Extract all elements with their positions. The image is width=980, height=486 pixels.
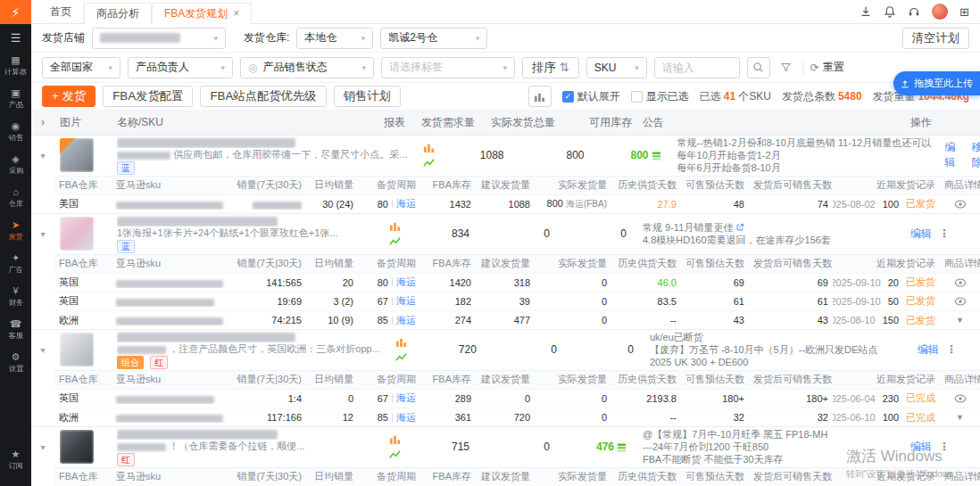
- sales-plan-button[interactable]: 销售计划: [334, 86, 401, 107]
- actual-total-qty: 0: [480, 441, 561, 453]
- chart-view-button[interactable]: [528, 86, 552, 107]
- expand-more-caret-icon[interactable]: ▼: [940, 316, 980, 325]
- bar-chart-report-icon[interactable]: [389, 433, 401, 445]
- country-filter-select[interactable]: 全部国家 ▾: [42, 57, 120, 78]
- drag-upload-button[interactable]: 拖拽至此上传: [893, 71, 980, 95]
- sales-status-filter-select[interactable]: ◎ 产品销售状态 ▾: [240, 57, 374, 78]
- sidebar-item-sales[interactable]: ◉ 销售: [0, 116, 31, 149]
- sidebar-menu-icon[interactable]: ☰: [11, 24, 21, 50]
- sidebar-item-ads[interactable]: ✦ 广告: [0, 248, 31, 281]
- apps-grid-icon[interactable]: ⊞: [959, 5, 969, 19]
- chevron-down-icon: ▾: [220, 63, 225, 72]
- external-link-icon[interactable]: [735, 223, 744, 232]
- bar-chart-report-icon[interactable]: [389, 220, 401, 232]
- tag-filter-select[interactable]: 请选择标签 ▾: [381, 57, 515, 78]
- sidebar-item-subscribe[interactable]: ★ 订阅: [0, 444, 31, 477]
- product-image[interactable]: [60, 138, 94, 172]
- search-button[interactable]: [747, 57, 770, 78]
- show-selected-checkbox[interactable]: 显示已选: [631, 89, 689, 104]
- bar-chart-report-icon[interactable]: [395, 336, 407, 348]
- sidebar: ⚡ ☰ ▦ 计算器 ▣ 产品 ◉ 销售 ◈ 采购 ⌂ 仓库 ➤ 发货 ✦ 广告: [0, 0, 31, 486]
- tab-home[interactable]: 首页: [38, 0, 84, 24]
- sidebar-item-purchase[interactable]: ◈ 采购: [0, 149, 31, 182]
- app-logo-icon[interactable]: ⚡: [0, 0, 31, 24]
- line-chart-report-icon[interactable]: [389, 449, 401, 460]
- sub-table-header: FBA仓库亚马逊sku 销量(7天|30天)日均销量 备货周期FBA库存 建议发…: [54, 370, 980, 389]
- product-image[interactable]: [60, 217, 94, 251]
- edit-link[interactable]: 编辑: [910, 440, 932, 455]
- edit-link[interactable]: 编辑: [945, 140, 965, 170]
- notice-cell: 常规 9-11月销量更佳 4.8模块HD160需要退回，在途库存少156套: [637, 221, 905, 246]
- demand-qty: 834: [411, 227, 480, 240]
- fba-config-button[interactable]: FBA发货配置: [103, 86, 193, 107]
- clear-plan-button[interactable]: 清空计划: [902, 28, 969, 49]
- tab-product-analysis[interactable]: 商品分析: [84, 3, 152, 24]
- edit-link[interactable]: 编辑: [918, 342, 939, 358]
- more-actions-icon[interactable]: ⋮: [939, 227, 950, 240]
- sidebar-item-product[interactable]: ▣ 产品: [0, 83, 31, 116]
- owner-filter-select[interactable]: 产品负责人 ▾: [128, 57, 233, 78]
- sidebar-item-settings[interactable]: ⚙ 设置: [0, 347, 31, 380]
- funnel-filter-icon[interactable]: [777, 62, 795, 73]
- fba-priority-button[interactable]: FBA站点配货优先级: [200, 86, 326, 107]
- sub-table-header: FBA仓库亚马逊sku 销量(7天|30天)日均销量 备货周期FBA库存 建议发…: [54, 254, 980, 273]
- more-actions-icon[interactable]: ⋮: [939, 441, 950, 453]
- product-detail-eye-icon[interactable]: [940, 295, 980, 308]
- sku-field-select[interactable]: SKU ▾: [586, 57, 647, 78]
- actual-total-qty: 800: [515, 149, 595, 161]
- store-select[interactable]: ▾: [92, 28, 226, 49]
- line-chart-report-icon[interactable]: [395, 351, 407, 363]
- edit-link[interactable]: 编辑: [910, 227, 932, 242]
- product-detail-eye-icon[interactable]: [940, 392, 980, 405]
- product-detail-eye-icon[interactable]: [940, 198, 980, 210]
- ship-button[interactable]: + 发货: [42, 86, 96, 107]
- sidebar-item-shipping[interactable]: ➤ 发货: [0, 215, 31, 248]
- keyword-input[interactable]: [654, 57, 740, 78]
- product-icon: ▣: [11, 87, 20, 98]
- product-group-row: ▾ 1张海报+1张卡片+24个贴纸+1个眼罩玫红色+1张... 蓝 834 0 …: [31, 213, 980, 254]
- remove-link[interactable]: 移除: [972, 140, 980, 170]
- product-image[interactable]: [60, 430, 94, 464]
- sales-blurred: [253, 202, 302, 210]
- product-name-cell: 供应商包邮，仓库用胶带缠一下，尽量尺寸小点。采... 蓝: [112, 136, 413, 175]
- expand-all-icon[interactable]: ›: [31, 116, 54, 128]
- upload-icon: [900, 78, 910, 89]
- warehouse-label: 发货仓库:: [244, 30, 289, 45]
- product-detail-eye-icon[interactable]: [940, 276, 980, 289]
- expand-toggle[interactable]: ▾: [31, 151, 54, 161]
- line-chart-report-icon[interactable]: [423, 157, 435, 169]
- expand-toggle[interactable]: ▾: [31, 442, 54, 452]
- tab-fba-shipping-plan[interactable]: FBA发货规划 ×: [152, 3, 252, 24]
- default-expand-checkbox[interactable]: ✓ 默认展开: [562, 89, 620, 104]
- headset-icon[interactable]: [908, 5, 920, 18]
- product-group-row: ▾ ！（仓库需要备个拉链，顺便... 红 715 0 476 @【常规】7月中-…: [31, 426, 980, 467]
- gear-icon: ⚙: [12, 351, 21, 362]
- sidebar-item-finance[interactable]: ¥ 财务: [0, 281, 31, 314]
- expand-toggle[interactable]: ▾: [31, 229, 54, 239]
- sort-icon: ⇅: [560, 61, 569, 74]
- search-icon: [752, 62, 764, 73]
- kc-warehouse-select[interactable]: 凯诚2号仓 ▾: [380, 28, 487, 49]
- line-chart-report-icon[interactable]: [389, 235, 401, 247]
- sort-button[interactable]: 排序 ⇅: [522, 57, 579, 78]
- chevron-down-icon: ▾: [476, 34, 480, 43]
- expand-toggle[interactable]: ▾: [31, 345, 54, 355]
- amazon-sku-blurred: [116, 317, 223, 325]
- bar-chart-report-icon[interactable]: [423, 142, 435, 153]
- close-tab-icon[interactable]: ×: [233, 7, 239, 20]
- sidebar-item-calculator[interactable]: ▦ 计算器: [0, 50, 31, 83]
- reset-button[interactable]: ⟳ 重置: [810, 60, 844, 75]
- row-actions: 编辑 ⋮: [912, 342, 980, 358]
- recent-shipment: 2025-08-02 100 已发货: [833, 197, 940, 210]
- download-icon[interactable]: [860, 5, 872, 18]
- sidebar-item-warehouse[interactable]: ⌂ 仓库: [0, 182, 31, 215]
- bell-icon[interactable]: [884, 5, 896, 18]
- local-warehouse-select[interactable]: 本地仓 ▾: [296, 28, 373, 49]
- product-image[interactable]: [60, 333, 94, 367]
- expand-more-caret-icon[interactable]: ▼: [940, 413, 980, 422]
- user-avatar[interactable]: [932, 4, 948, 20]
- notice-cell: 常规--热销1-2月份和8-10月底最热销 11-12月销量也还可以 每年10月…: [672, 136, 940, 174]
- more-actions-icon[interactable]: ⋮: [946, 343, 957, 356]
- stock-icon: [617, 442, 627, 452]
- sidebar-item-service[interactable]: ☎ 客服: [0, 314, 31, 347]
